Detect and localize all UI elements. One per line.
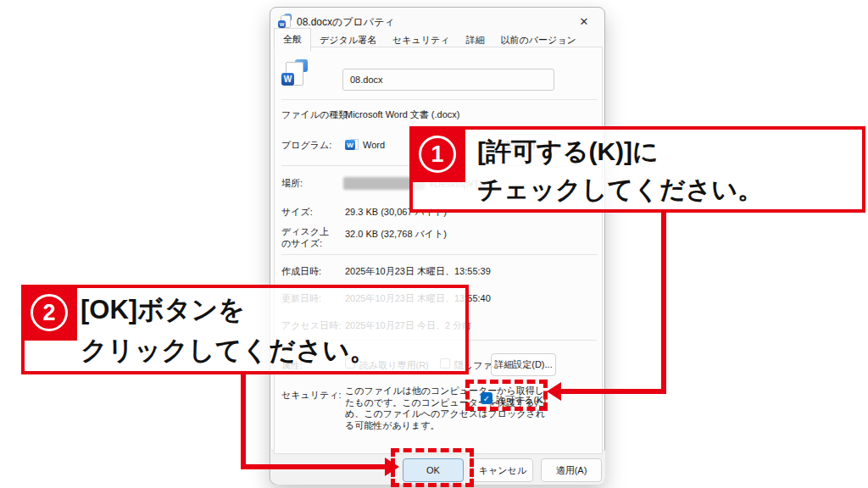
apply-button[interactable]: 適用(A) <box>541 458 602 482</box>
program-label: プログラム: <box>281 139 331 152</box>
screenshot-canvas: W 08.docxのプロパティ ✕ 全般 デジタル署名 セキュリティ 詳細 以前… <box>0 0 868 488</box>
filename-input[interactable] <box>342 69 554 91</box>
step2-number: 2 <box>31 294 68 331</box>
file-type-value: Microsoft Word 文書 (.docx) <box>345 108 460 121</box>
location-label: 場所: <box>281 177 303 190</box>
security-label: セキュリティ: <box>281 389 342 402</box>
tab-security[interactable]: セキュリティ <box>385 30 458 52</box>
step2-text-line2: クリックしてください。 <box>81 330 376 371</box>
ok-button-highlight-box <box>391 448 474 487</box>
tab-digital-signatures[interactable]: デジタル署名 <box>312 30 384 52</box>
file-type-label: ファイルの種類: <box>281 108 350 121</box>
tab-previous-versions[interactable]: 以前のバージョン <box>493 30 584 52</box>
size-label: サイズ: <box>281 206 313 219</box>
step1-text-line1: [許可する(K)]に <box>477 132 763 170</box>
cancel-button[interactable]: キャンセル <box>472 458 533 482</box>
step1-text: [許可する(K)]に チェックしてください。 <box>477 132 763 208</box>
step2-arrow-vertical-line <box>241 373 246 469</box>
step1-number-badge: 1 <box>409 126 465 182</box>
step2-number-badge: 2 <box>21 285 77 341</box>
created-value: 2025年10月23日 木曜日、13:55:39 <box>345 265 491 278</box>
step2-arrow-horizontal-line <box>241 464 387 469</box>
program-value: Word <box>363 140 385 150</box>
step1-arrowhead-icon <box>547 382 561 401</box>
tab-details[interactable]: 詳細 <box>459 30 492 52</box>
step1-callout: 1 [許可する(K)]に チェックしてください。 <box>409 126 865 213</box>
step1-number: 1 <box>419 136 456 173</box>
step2-callout: 2 [OK]ボタンを クリックしてください。 <box>21 285 469 374</box>
separator <box>281 99 597 100</box>
step2-text: [OK]ボタンを クリックしてください。 <box>81 290 376 371</box>
step1-arrow-vertical-line <box>661 213 666 394</box>
advanced-button[interactable]: 詳細設定(D)... <box>491 353 556 376</box>
security-line: る可能性があります。 <box>345 420 545 432</box>
docx-file-icon-small: W <box>278 14 293 29</box>
separator <box>281 254 597 255</box>
size-on-disk-label-line2: のサイズ: <box>281 237 322 250</box>
step1-arrow-horizontal-line <box>559 389 666 394</box>
allow-checkbox-highlight-box <box>465 380 548 411</box>
created-label: 作成日時: <box>281 265 321 278</box>
step2-text-line1: [OK]ボタンを <box>81 290 376 330</box>
tab-strip: 全般 デジタル署名 セキュリティ 詳細 以前のバージョン <box>274 28 585 52</box>
properties-dialog: W 08.docxのプロパティ ✕ 全般 デジタル署名 セキュリティ 詳細 以前… <box>270 7 605 485</box>
step1-text-line2: チェックしてください。 <box>477 170 763 208</box>
size-on-disk-value: 32.0 KB (32,768 バイト) <box>345 228 447 241</box>
word-app-icon: W <box>345 138 359 152</box>
size-on-disk-label-line1: ディスク上 <box>281 225 329 238</box>
word-document-icon: W <box>281 59 309 88</box>
tab-general[interactable]: 全般 <box>274 28 311 52</box>
